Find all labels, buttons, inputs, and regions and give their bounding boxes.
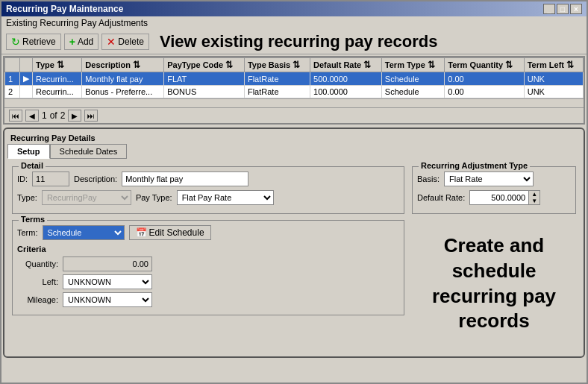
pager-total: 2 bbox=[60, 110, 66, 121]
id-input[interactable] bbox=[32, 171, 69, 186]
col-num bbox=[5, 58, 20, 72]
term-row: Term: Schedule 📅 Edit Schedule bbox=[17, 225, 399, 240]
left-label: Left: bbox=[17, 277, 58, 286]
sort-termleft-icon: ⇅ bbox=[566, 60, 574, 70]
sort-termqty-icon: ⇅ bbox=[505, 60, 513, 70]
row-paytype-code: BONUS bbox=[164, 86, 245, 98]
row-num: 2 bbox=[5, 86, 20, 98]
spinner-down-button[interactable]: ▼ bbox=[529, 198, 539, 204]
spinner-controls: ▲ ▼ bbox=[529, 190, 540, 205]
calendar-icon: 📅 bbox=[136, 227, 147, 238]
mileage-row: Mileage: UNKNOWN bbox=[17, 292, 399, 307]
col-type: Type ⇅ bbox=[33, 58, 82, 72]
row-term-type: Schedule bbox=[381, 72, 444, 86]
close-button[interactable]: × bbox=[570, 4, 582, 14]
tab-setup[interactable]: Setup bbox=[7, 144, 50, 159]
pager-prev-button[interactable]: ◀ bbox=[25, 110, 39, 122]
left-row: Left: UNKNOWN bbox=[17, 274, 399, 289]
row-default-rate: 100.0000 bbox=[310, 86, 382, 98]
minimize-button[interactable]: _ bbox=[543, 4, 555, 14]
delete-button[interactable]: ✕ Delete bbox=[101, 34, 149, 50]
left-select[interactable]: UNKNOWN bbox=[63, 274, 152, 289]
row-paytype-code: FLAT bbox=[164, 72, 245, 86]
col-type-basis: Type Basis ⇅ bbox=[244, 58, 310, 72]
default-rate-row: Default Rate: ▲ ▼ bbox=[417, 190, 571, 205]
pager-last-button[interactable]: ⏭ bbox=[84, 110, 98, 122]
id-row: ID: Description: bbox=[17, 171, 399, 186]
detail-group: Detail ID: Description: Type: RecurringP… bbox=[12, 166, 404, 214]
mileage-select[interactable]: UNKNOWN bbox=[63, 292, 152, 307]
description-input[interactable] bbox=[122, 171, 248, 186]
pay-type-select[interactable]: Flat Pay Rate bbox=[177, 190, 274, 205]
basis-label: Basis: bbox=[417, 174, 440, 183]
term-field-label: Term: bbox=[17, 228, 38, 237]
mileage-label: Mileage: bbox=[17, 295, 58, 304]
id-label: ID: bbox=[17, 174, 28, 183]
row-default-rate: 500.0000 bbox=[310, 72, 382, 86]
spinner-up-button[interactable]: ▲ bbox=[529, 191, 539, 198]
row-term-type: Schedule bbox=[381, 86, 444, 98]
table-header-row: Type ⇅ Description ⇅ PayType Code ⇅ Type… bbox=[5, 58, 584, 72]
pager-first-button[interactable]: ⏮ bbox=[9, 110, 22, 122]
top-banner: View existing recurring pay records bbox=[152, 32, 445, 51]
criteria-label: Criteria bbox=[17, 245, 399, 254]
retrieve-button[interactable]: ↻ Retrieve bbox=[6, 34, 61, 50]
detail-tabs: Setup Schedule Dates bbox=[7, 144, 581, 159]
add-button[interactable]: + Add bbox=[64, 34, 99, 50]
criteria-group: Criteria Quantity: Left: UNKNOWN bbox=[17, 245, 399, 307]
description-label: Description: bbox=[74, 174, 117, 183]
type-row: Type: RecurringPay Pay Type: Flat Pay Ra… bbox=[17, 190, 399, 205]
tab-schedule-dates[interactable]: Schedule Dates bbox=[50, 144, 128, 159]
title-bar: Recurring Pay Maintenance _ □ × bbox=[1, 1, 587, 16]
detail-body: Detail ID: Description: Type: RecurringP… bbox=[7, 162, 581, 353]
sort-termtype-icon: ⇅ bbox=[428, 60, 435, 70]
terms-group: Terms Term: Schedule 📅 Edit Schedule Cri… bbox=[12, 220, 404, 315]
detail-right-panel: Recurring Adjustment Type Basis: Flat Ra… bbox=[412, 166, 576, 349]
row-term-left: UNK bbox=[524, 72, 583, 86]
row-term-quantity: 0.00 bbox=[445, 86, 524, 98]
detail-group-label: Detail bbox=[19, 161, 46, 170]
row-indicator: ▶ bbox=[20, 72, 33, 86]
term-select[interactable]: Schedule bbox=[43, 225, 125, 240]
sort-desc-icon: ⇅ bbox=[133, 60, 140, 70]
row-num: 1 bbox=[5, 72, 20, 86]
detail-left-panel: Detail ID: Description: Type: RecurringP… bbox=[12, 166, 404, 349]
col-term-qty: Term Quantity ⇅ bbox=[445, 58, 524, 72]
sort-type-icon: ⇅ bbox=[57, 60, 64, 70]
window-title: Recurring Pay Maintenance bbox=[6, 4, 123, 14]
data-grid: Type ⇅ Description ⇅ PayType Code ⇅ Type… bbox=[3, 56, 585, 125]
terms-label: Terms bbox=[19, 215, 47, 224]
col-indicator bbox=[20, 58, 33, 72]
main-toolbar: ↻ Retrieve + Add ✕ Delete View existing … bbox=[1, 30, 587, 54]
quantity-input[interactable] bbox=[63, 256, 152, 271]
pager-next-button[interactable]: ▶ bbox=[68, 110, 81, 122]
row-term-quantity: 0.00 bbox=[445, 72, 524, 86]
row-term-left: UNK bbox=[524, 86, 583, 98]
col-paytype-code: PayType Code ⇅ bbox=[164, 58, 245, 72]
basis-select[interactable]: Flat Rate bbox=[444, 171, 534, 186]
default-rate-spinner: ▲ ▼ bbox=[469, 190, 540, 205]
sort-paytype-icon: ⇅ bbox=[225, 60, 233, 70]
type-select[interactable]: RecurringPay bbox=[42, 190, 131, 205]
row-type: Recurrin... bbox=[33, 72, 82, 86]
edit-schedule-button[interactable]: 📅 Edit Schedule bbox=[129, 225, 211, 240]
retrieve-icon: ↻ bbox=[11, 36, 20, 48]
maximize-button[interactable]: □ bbox=[557, 4, 569, 14]
table-row[interactable]: 2 Recurrin... Bonus - Preferre... BONUS … bbox=[5, 86, 584, 98]
pay-type-label: Pay Type: bbox=[136, 193, 172, 202]
row-type: Recurrin... bbox=[33, 86, 82, 98]
col-term-type: Term Type ⇅ bbox=[381, 58, 444, 72]
detail-banner: Create and schedulerecurring pay records bbox=[412, 218, 576, 349]
quantity-label: Quantity: bbox=[17, 259, 58, 268]
horizontal-scrollbar[interactable] bbox=[4, 98, 584, 107]
table-row[interactable]: 1 ▶ Recurrin... Monthly flat pay FLAT Fl… bbox=[5, 72, 584, 86]
table-pager: ⏮ ◀ 1 of 2 ▶ ⏭ bbox=[4, 107, 584, 123]
default-rate-input[interactable] bbox=[469, 190, 529, 205]
type-label: Type: bbox=[17, 193, 37, 202]
recurring-adjustment-label: Recurring Adjustment Type bbox=[419, 161, 530, 170]
col-default-rate: Default Rate ⇅ bbox=[310, 58, 382, 72]
main-window: Recurring Pay Maintenance _ □ × Existing… bbox=[0, 0, 588, 384]
row-indicator bbox=[20, 86, 33, 98]
sort-rate-icon: ⇅ bbox=[363, 60, 371, 70]
detail-section: Recurring Pay Details Setup Schedule Dat… bbox=[3, 128, 585, 358]
